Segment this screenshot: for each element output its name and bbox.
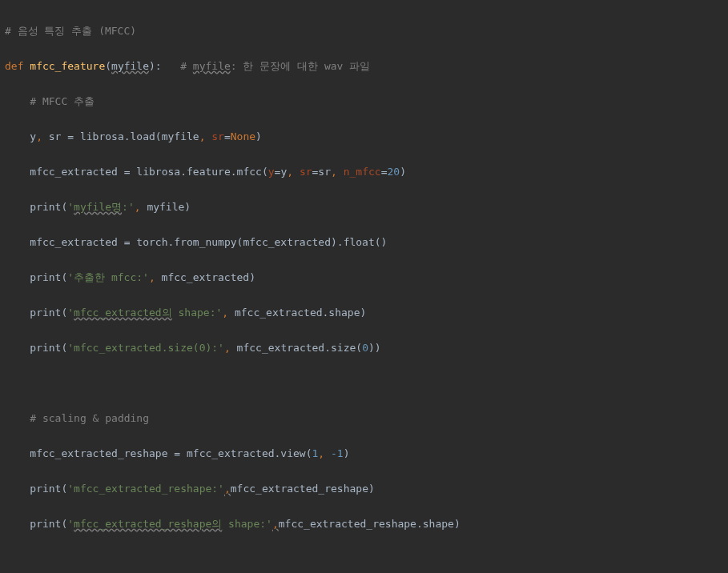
blank-line bbox=[5, 375, 728, 392]
code-line: print('myfile명:', myfile) bbox=[5, 198, 728, 216]
code-line: print('mfcc_extracted의 shape:', mfcc_ext… bbox=[5, 304, 728, 322]
code-line: mfcc_extracted = torch.from_numpy(mfcc_e… bbox=[5, 234, 728, 251]
code-line: print('mfcc_extracted_reshape:',mfcc_ext… bbox=[5, 480, 728, 498]
code-line: # scaling & padding bbox=[5, 410, 728, 427]
code-editor[interactable]: # 음성 특징 추출 (MFCC) def mfcc_feature(myfil… bbox=[5, 5, 728, 573]
code-line: mfcc_extracted_reshape = mfcc_extracted.… bbox=[5, 445, 728, 463]
code-line: print('추출한 mfcc:', mfcc_extracted) bbox=[5, 269, 728, 286]
code-line: y, sr = librosa.load(myfile, sr=None) bbox=[5, 128, 728, 146]
code-line: # MFCC 추출 bbox=[5, 93, 728, 110]
code-line: def mfcc_feature(myfile): # myfile: 한 문장… bbox=[5, 58, 728, 75]
comment: # 음성 특징 추출 (MFCC) bbox=[5, 25, 136, 37]
code-line: print('mfcc_extracted_reshape의 shape:',m… bbox=[5, 515, 728, 533]
code-line: print('mfcc_extracted.size(0):', mfcc_ex… bbox=[5, 339, 728, 357]
blank-line bbox=[5, 551, 728, 568]
code-line: # 음성 특징 추출 (MFCC) bbox=[5, 22, 728, 40]
code-line: mfcc_extracted = librosa.feature.mfcc(y=… bbox=[5, 163, 728, 181]
